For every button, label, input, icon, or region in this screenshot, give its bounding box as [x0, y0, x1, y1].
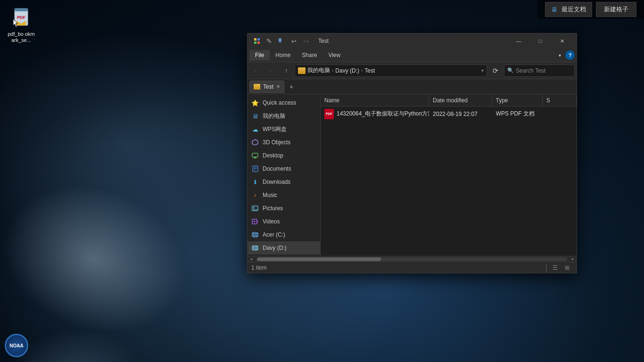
desktop-icon-pdf[interactable]: PDF pdf_bo okmark_se... [5, 5, 38, 45]
sidebar-item-drive-d[interactable]: Davy (D:) [248, 241, 320, 255]
recent-label: 最近文档 [561, 5, 586, 14]
scroll-thumb[interactable] [257, 257, 381, 261]
ribbon-tabs: File Home Share View ▾ ? [248, 49, 577, 62]
svg-rect-14 [254, 157, 256, 158]
title-bar-title: Test [318, 38, 329, 44]
recent-docs-popup: 🖥 最近文档 [545, 2, 592, 17]
sidebar-item-my-computer[interactable]: 🖥 我的电脑 [248, 109, 320, 123]
pdf-file-icon: PDF [324, 109, 334, 119]
explorer-tab-test[interactable]: Test ✕ [249, 81, 284, 93]
address-path[interactable]: 我的电脑 › Davy (D:) › Test ▾ [295, 65, 487, 77]
sidebar-item-drive-c[interactable]: Acer (C:) [248, 228, 320, 241]
sidebar-item-wps-cloud[interactable]: ☁ WPS网盘 [248, 123, 320, 136]
horizontal-scrollbar[interactable]: ◂ ▸ [248, 256, 577, 262]
maximize-button[interactable]: □ [529, 33, 551, 49]
col-header-type[interactable]: Type [492, 94, 543, 106]
svg-rect-4 [254, 38, 256, 41]
documents-icon [251, 165, 259, 173]
toolbar: ✎ ↩ ↪ [251, 36, 312, 46]
file-name-cell: PDF 14320064_电子数据取证与Python方法... [321, 107, 429, 121]
window-controls: — □ ✕ [508, 33, 573, 49]
pdf-icon: PDF [12, 7, 31, 29]
help-button[interactable]: ? [565, 50, 575, 60]
svg-rect-6 [254, 41, 256, 44]
desktop-icon-label: pdf_bo okmark_se... [7, 31, 36, 43]
file-date-cell: 2022-08-19 22:07 [429, 107, 492, 121]
col-header-size[interactable]: S [543, 94, 577, 106]
up-button[interactable]: ↑ [280, 64, 293, 77]
path-arrow-1: › [332, 68, 333, 73]
search-placeholder: Search Test [516, 67, 545, 74]
svg-text:PDF: PDF [17, 15, 26, 20]
main-content: ⭐ Quick access 🖥 我的电脑 ☁ WPS网盘 3D Objects [248, 94, 577, 256]
sidebar-item-quick-access[interactable]: ⭐ Quick access [248, 96, 320, 109]
path-dropdown-arrow[interactable]: ▾ [481, 68, 484, 73]
tab-view[interactable]: View [322, 50, 346, 60]
details-view-button[interactable]: ☰ [549, 263, 561, 272]
back-button[interactable]: ← [249, 64, 263, 77]
drive-c-icon [251, 231, 259, 239]
svg-marker-12 [252, 140, 258, 145]
star-icon: ⭐ [251, 99, 259, 107]
minimize-button[interactable]: — [508, 33, 529, 49]
svg-rect-7 [257, 41, 260, 44]
sidebar-item-documents[interactable]: Documents [248, 162, 320, 175]
svg-rect-1 [15, 8, 28, 11]
computer-icon: 🖥 [251, 112, 259, 120]
table-row[interactable]: PDF 14320064_电子数据取证与Python方法... 2022-08-… [321, 107, 577, 122]
toolbar-btn-redo[interactable]: ↪ [300, 36, 312, 46]
sidebar-item-videos[interactable]: Videos [248, 215, 320, 228]
tab-label: Test [263, 83, 273, 90]
sidebar-item-pictures[interactable]: Pictures [248, 202, 320, 215]
music-icon: ♪ [251, 191, 259, 199]
sidebar-item-3d-objects[interactable]: 3D Objects [248, 136, 320, 149]
ribbon-expand-area: ▾ ? [554, 49, 575, 61]
svg-rect-5 [257, 38, 260, 41]
sidebar-item-music[interactable]: ♪ Music [248, 189, 320, 202]
large-icon-view-button[interactable]: ⊞ [561, 263, 573, 272]
path-segment-root: 我的电脑 [307, 66, 330, 74]
search-icon: 🔍 [507, 67, 514, 74]
explorer-window: ✎ ↩ ↪ Test — □ ✕ File [247, 33, 577, 273]
tab-close-button[interactable]: ✕ [276, 84, 280, 89]
file-type-cell: WPS PDF 文档 [492, 107, 543, 121]
new-tab-button[interactable]: + [285, 81, 297, 93]
svg-marker-22 [252, 208, 258, 210]
toolbar-btn-2[interactable]: ✎ [264, 36, 275, 46]
scroll-left-arrow[interactable]: ◂ [248, 256, 255, 262]
3d-icon [251, 139, 259, 146]
scroll-track[interactable] [257, 257, 567, 261]
path-folder-icon [298, 67, 305, 74]
sidebar-item-desktop[interactable]: Desktop [248, 149, 320, 162]
address-bar: ← → ↑ 我的电脑 › Davy (D:) › Test ▾ ⟳ 🔍 Sear… [248, 62, 577, 79]
search-box[interactable]: 🔍 Search Test [504, 65, 575, 77]
refresh-button[interactable]: ⟳ [489, 64, 502, 77]
cloud-icon: ☁ [251, 125, 259, 133]
sidebar-item-downloads[interactable]: ⬇ Downloads [248, 175, 320, 189]
close-button[interactable]: ✕ [551, 33, 573, 49]
toolbar-btn-3[interactable] [276, 36, 287, 46]
forward-button[interactable]: → [264, 64, 278, 77]
tab-folder-icon [254, 84, 260, 90]
tab-file[interactable]: File [249, 50, 270, 60]
svg-rect-15 [253, 158, 257, 158]
toolbar-btn-1[interactable] [251, 36, 263, 46]
videos-icon [251, 218, 259, 225]
column-headers: Name Date modified Type S [321, 94, 577, 107]
ribbon-collapse-button[interactable]: ▾ [554, 49, 565, 61]
recent-icon: 🖥 [551, 6, 558, 13]
svg-marker-25 [254, 220, 256, 223]
sidebar: ⭐ Quick access 🖥 我的电脑 ☁ WPS网盘 3D Objects [248, 94, 321, 256]
col-header-date[interactable]: Date modified [429, 94, 492, 106]
svg-rect-13 [252, 153, 258, 157]
svg-marker-24 [257, 220, 258, 223]
scroll-right-arrow[interactable]: ▸ [569, 256, 577, 262]
col-header-name[interactable]: Name [321, 94, 429, 106]
toolbar-btn-undo[interactable]: ↩ [288, 36, 299, 46]
desktop-icon-sidebar [251, 152, 259, 159]
path-arrow-2: › [361, 68, 363, 73]
tab-share[interactable]: Share [296, 50, 322, 60]
drive-d-icon [251, 244, 259, 252]
tab-home[interactable]: Home [270, 50, 296, 60]
title-bar-left: ✎ ↩ ↪ Test [251, 36, 329, 46]
